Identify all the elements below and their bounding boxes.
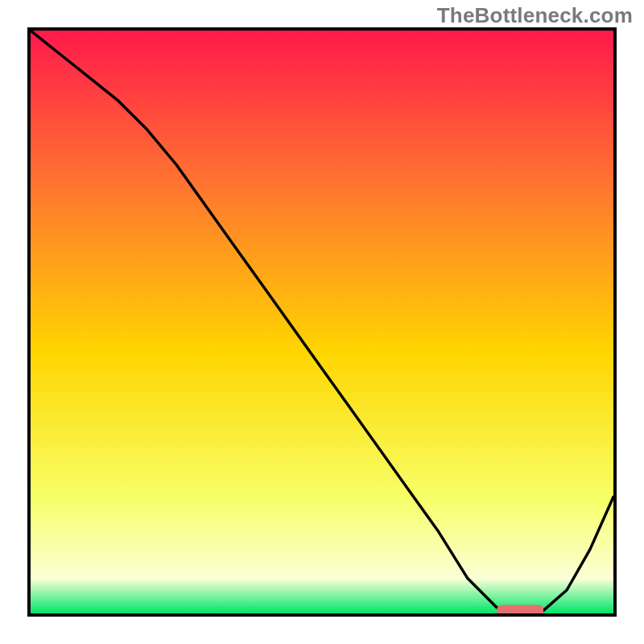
plot-area: [31, 31, 613, 613]
gradient-background: [31, 31, 613, 613]
bottleneck-chart: [31, 31, 613, 613]
optimal-marker: [497, 605, 543, 613]
chart-frame: TheBottleneck.com: [0, 0, 644, 644]
watermark-text: TheBottleneck.com: [437, 3, 633, 28]
